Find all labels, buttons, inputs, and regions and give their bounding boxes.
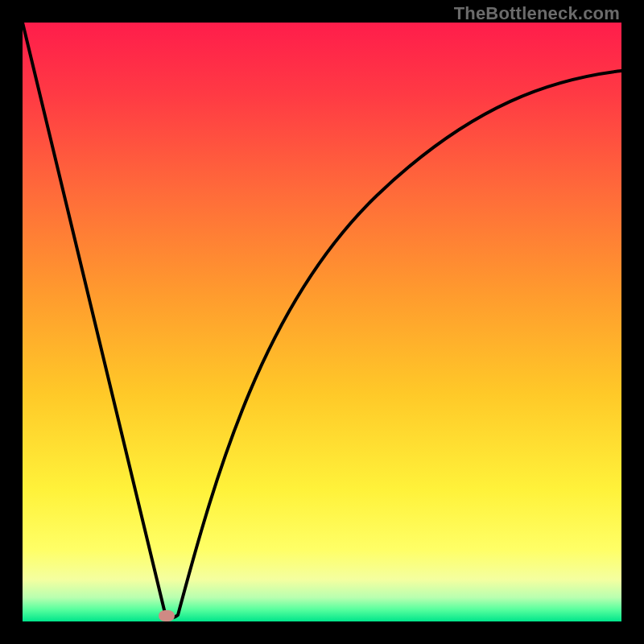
bottleneck-curve	[23, 23, 621, 621]
watermark-text: TheBottleneck.com	[454, 3, 620, 24]
plot-area	[23, 23, 621, 621]
optimal-point-marker	[159, 610, 175, 621]
